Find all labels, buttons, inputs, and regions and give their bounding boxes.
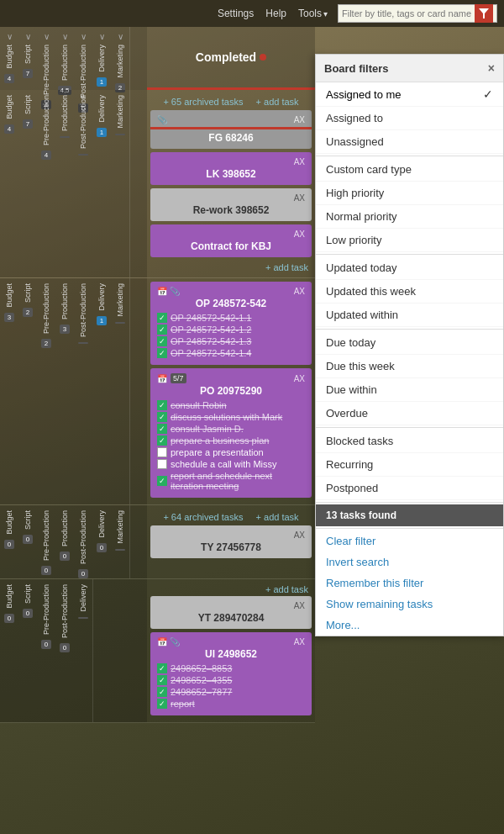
card-ty[interactable]: AX TY 27456778 [150, 525, 312, 558]
task-cb[interactable] [157, 325, 167, 335]
card-po-tasks: consult Robin discuss solutions with Mar… [157, 400, 305, 491]
header-row: ∨ Budget 4 ∨ Script 7 ∨ Pre-Production 4 [0, 27, 315, 90]
svg-marker-0 [479, 8, 489, 18]
col-prod-header: ∨ Production 4,5 [55, 27, 74, 90]
filter-item-assigned-to-me[interactable]: Assigned to me ✓ [316, 82, 503, 107]
task-cb[interactable] [157, 476, 167, 486]
filter-item-unassigned[interactable]: Unassigned [316, 130, 503, 154]
card-ui-icons: 📅 📎 [157, 637, 180, 647]
prod-caret[interactable]: ∨ [62, 32, 68, 41]
card-op-tasks: OP 248572-542-1.1 OP 248572-542-1.2 OP 2… [157, 313, 305, 358]
filter-item-overdue[interactable]: Overdue [316, 402, 503, 425]
card-contract[interactable]: AX Contract for KBJ [150, 224, 312, 257]
task-cb[interactable] [157, 699, 167, 709]
filter-item-custom-card-type[interactable]: Custom card type [316, 158, 503, 182]
card-op-icons: 📅 📎 [157, 287, 180, 296]
filter-divider-4 [316, 427, 503, 428]
filter-item-due-this-week[interactable]: Due this week [316, 355, 503, 378]
card-op[interactable]: 📅 📎 AX OP 248572-542 OP 248572-542-1.1 O… [150, 282, 312, 365]
filter-show-remaining-action[interactable]: Show remaining tasks [316, 594, 503, 615]
search-input[interactable] [339, 8, 475, 18]
filter-item-due-within[interactable]: Due within [316, 378, 503, 402]
postprod-caret[interactable]: ∨ [81, 32, 87, 41]
budget-caret[interactable]: ∨ [7, 32, 13, 41]
row-left-4: Budget0 Script0 Pre-Production0 Post-Pro… [0, 579, 147, 722]
settings-link[interactable]: Settings [218, 8, 254, 19]
filter-item-assigned-to[interactable]: Assigned to [316, 107, 503, 130]
row-left-3: Budget0 Script0 Pre-Production0 Producti… [0, 505, 147, 578]
task-cb[interactable] [157, 313, 167, 323]
filter-item-updated-this-week[interactable]: Updated this week [316, 280, 503, 304]
row-left-1: Budget4 Script7 Pre-Production4 Producti… [0, 90, 147, 277]
task-cb[interactable] [157, 336, 167, 346]
filter-more-action[interactable]: More... [316, 615, 503, 636]
filter-item-updated-within[interactable]: Updated within [316, 304, 503, 327]
add-task-bar-3[interactable]: + add task [150, 583, 312, 596]
card-ui-tasks: 2498652–8853 2498652–4355 2498652–7877 r… [157, 663, 305, 709]
tools-menu[interactable]: Tools ▾ [298, 8, 328, 19]
marketing-caret[interactable]: ∨ [118, 32, 123, 41]
add-task-bar-1[interactable]: + add task [150, 261, 312, 274]
script-caret[interactable]: ∨ [25, 32, 31, 41]
filter-item-blocked-tasks[interactable]: Blocked tasks [316, 430, 503, 453]
delivery-caret[interactable]: ∨ [99, 32, 105, 41]
col-marketing-header: ∨ Marketing 2 [111, 27, 129, 90]
row-block-1: Budget4 Script7 Pre-Production4 Producti… [0, 90, 315, 278]
row-right-3: + 64 archived tasks + add task AX TY 274… [147, 505, 315, 578]
filter-remember-action[interactable]: Remember this filter [316, 573, 503, 594]
filter-close-button[interactable]: × [488, 61, 495, 75]
card-op-title: OP 248572-542 [157, 298, 305, 309]
task-cb[interactable] [157, 412, 167, 422]
card-fg[interactable]: 📎 AX FG 68246 [150, 110, 312, 149]
filter-item-recurring[interactable]: Recurring [316, 453, 503, 477]
filter-item-low-priority[interactable]: Low priority [316, 229, 503, 252]
topbar-nav: Settings Help Tools ▾ [218, 8, 328, 19]
task-cb[interactable] [157, 435, 167, 446]
task-cb[interactable] [157, 424, 167, 434]
task-cb[interactable] [157, 447, 167, 457]
card-lk[interactable]: AX LK 398652 [150, 152, 312, 185]
filter-item-due-today[interactable]: Due today [316, 331, 503, 355]
col-group-1-header: ∨ Budget 4 ∨ Script 7 ∨ Pre-Production 4 [0, 27, 130, 90]
task-cb[interactable] [157, 400, 167, 410]
card-lk-title: LK 398652 [157, 168, 305, 180]
search-filter-button[interactable] [475, 4, 493, 23]
row-right-1: + 65 archived tasks + add task 📎 AX FG 6… [147, 90, 315, 277]
card-fg-title: FG 68246 [157, 132, 305, 144]
vlabel-group-2: Budget3 Script2 Pre-Production2 Producti… [0, 278, 130, 504]
row-block-3: Budget0 Script0 Pre-Production0 Producti… [0, 505, 315, 579]
task-cb[interactable] [157, 687, 167, 697]
row-right-2: 📅 📎 AX OP 248572-542 OP 248572-542-1.1 O… [147, 278, 315, 504]
filter-item-updated-today[interactable]: Updated today [316, 256, 503, 280]
task-cb[interactable] [157, 348, 167, 358]
card-ui[interactable]: 📅 📎 AX UI 2498652 2498652–8853 2498652–4… [150, 632, 312, 715]
task-cb[interactable] [157, 675, 167, 685]
filter-item-high-priority[interactable]: High priority [316, 182, 503, 205]
filter-title: Board filters [324, 62, 389, 75]
filter-divider-2 [316, 254, 503, 255]
row-block-4: Budget0 Script0 Pre-Production0 Post-Pro… [0, 579, 315, 723]
card-po[interactable]: 📅 5/7 AX PO 20975290 consult Robin discu… [150, 368, 312, 498]
board-area: ∨ Budget 4 ∨ Script 7 ∨ Pre-Production 4 [0, 27, 315, 834]
col-delivery-header: ∨ Delivery 1 [92, 27, 111, 90]
card-po-title: PO 20975290 [157, 385, 305, 397]
topbar: Settings Help Tools ▾ [0, 0, 504, 27]
card-yt-title: YT 289470284 [157, 612, 305, 624]
archive-bar-2[interactable]: + 64 archived tasks + add task [150, 509, 312, 525]
help-link[interactable]: Help [265, 8, 286, 19]
card-rework[interactable]: AX Re-work 398652 [150, 188, 312, 221]
filter-item-postponed[interactable]: Postponed [316, 477, 503, 500]
filter-item-normal-priority[interactable]: Normal priority [316, 205, 503, 229]
archive-bar-1[interactable]: + 65 archived tasks + add task [150, 93, 312, 110]
filter-invert-action[interactable]: Invert search [316, 552, 503, 573]
row-left-2: Budget3 Script2 Pre-Production2 Producti… [0, 278, 147, 504]
preprod-caret[interactable]: ∨ [44, 32, 50, 41]
search-bar [338, 4, 497, 23]
task-cb[interactable] [157, 459, 167, 469]
task-cb[interactable] [157, 663, 167, 673]
card-yt[interactable]: AX YT 289470284 [150, 596, 312, 629]
vlabel-group-1: Budget4 Script7 Pre-Production4 Producti… [0, 90, 130, 277]
filter-divider-1 [316, 156, 503, 156]
filter-clear-action[interactable]: Clear filter [316, 530, 503, 552]
completed-header: Completed [147, 27, 315, 90]
